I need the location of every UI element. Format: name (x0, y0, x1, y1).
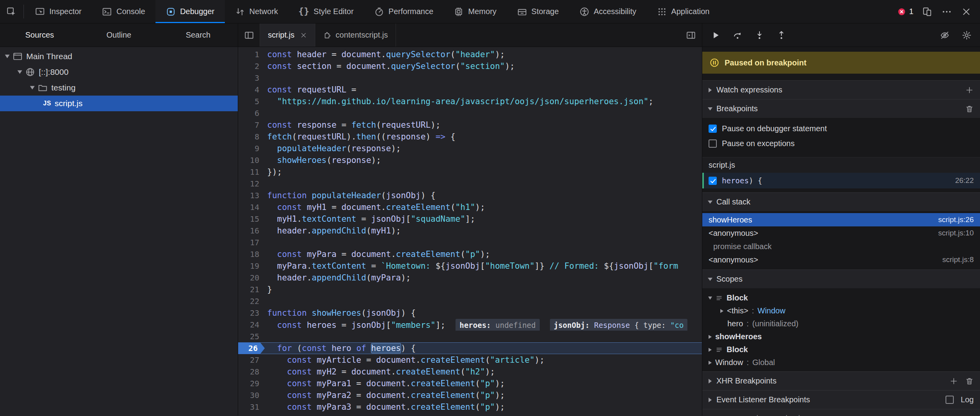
line-text[interactable] (265, 331, 702, 342)
tab-performance[interactable]: Performance (364, 0, 444, 23)
line-text[interactable]: const heroes = jsonObj["members"];heroes… (265, 319, 702, 331)
line-text[interactable]: const myPara3 = document.createElement("… (265, 401, 702, 413)
call-stack-header[interactable]: Call stack (702, 192, 980, 211)
line-text[interactable]: const myH1 = document.createElement("h1"… (265, 201, 702, 213)
checked-checkbox[interactable] (709, 125, 717, 133)
line-number[interactable]: 11 (238, 166, 265, 178)
line-text[interactable]: function showHeroes(jsonObj) { (265, 307, 702, 319)
line-text[interactable]: const myPara = document.createElement("p… (265, 248, 702, 260)
breakpoint-checkbox[interactable] (709, 177, 717, 185)
stack-frame[interactable]: showHeroesscript.js:26 (702, 213, 980, 226)
line-text[interactable]: const myPara2 = document.createElement("… (265, 389, 702, 401)
stack-frame[interactable]: <anonymous>script.js:10 (702, 226, 980, 240)
line-text[interactable] (265, 237, 702, 248)
breakpoint-option[interactable]: Pause on exceptions (702, 136, 980, 151)
source-tree-item[interactable]: [::]:8000 (0, 64, 238, 80)
line-text[interactable]: const header = document.querySelector("h… (265, 49, 702, 60)
devtools-menu-button[interactable] (937, 0, 956, 23)
scope-row[interactable]: Block (702, 343, 980, 356)
line-number[interactable]: 31 (238, 401, 265, 413)
source-tree-item[interactable]: testing (0, 80, 238, 96)
line-text[interactable]: const response = fetch(requestURL); (265, 119, 702, 131)
line-number[interactable]: 26 (238, 342, 265, 354)
tab-memory[interactable]: Memory (443, 0, 506, 23)
stack-frame[interactable]: <anonymous>script.js:8 (702, 253, 980, 266)
remove-breakpoints-button[interactable] (965, 105, 974, 113)
line-number[interactable]: 20 (238, 272, 265, 284)
tab-accessibility[interactable]: Accessibility (569, 0, 647, 23)
event-listener-breakpoints-header[interactable]: Event Listener Breakpoints Log (702, 390, 980, 409)
line-number[interactable]: 12 (238, 178, 265, 190)
resume-button[interactable] (705, 24, 727, 47)
line-text[interactable]: header.appendChild(myH1); (265, 225, 702, 237)
pane-tab-search[interactable]: Search (159, 24, 238, 47)
line-text[interactable]: function populateHeader(jsonObj) { (265, 190, 702, 201)
line-number[interactable]: 15 (238, 213, 265, 225)
line-number[interactable]: 14 (238, 201, 265, 213)
scope-row[interactable]: showHeroes (702, 330, 980, 343)
scopes-header[interactable]: Scopes (702, 269, 980, 288)
breakpoint-item[interactable]: heroes) {26:22 (702, 173, 980, 188)
line-text[interactable] (265, 178, 702, 190)
xhr-breakpoints-header[interactable]: XHR Breakpoints (702, 371, 980, 390)
line-number[interactable]: 30 (238, 389, 265, 401)
close-devtools-button[interactable] (956, 0, 976, 23)
line-text[interactable]: } (265, 284, 702, 295)
remove-xhr-breakpoints-button[interactable] (965, 377, 974, 385)
line-number[interactable]: 1 (238, 49, 265, 60)
code-editor[interactable]: 1const header = document.querySelector("… (238, 47, 702, 416)
source-tree-item[interactable]: Main Thread (0, 49, 238, 64)
line-text[interactable]: const myH2 = document.createElement("h2"… (265, 366, 702, 378)
step-out-button[interactable] (770, 24, 792, 47)
source-tree-item[interactable]: JSscript.js (0, 96, 238, 111)
line-number[interactable]: 27 (238, 354, 265, 366)
pane-tab-sources[interactable]: Sources (0, 24, 79, 47)
console-error-badge[interactable]: 1 (893, 7, 917, 16)
tab-inspector[interactable]: Inspector (25, 0, 92, 23)
line-number[interactable]: 18 (238, 248, 265, 260)
line-text[interactable]: header.appendChild(myPara); (265, 272, 702, 284)
line-number[interactable]: 28 (238, 366, 265, 378)
line-number[interactable]: 21 (238, 284, 265, 295)
tab-console[interactable]: Console (92, 0, 155, 23)
line-text[interactable]: const requestURL = (265, 84, 702, 96)
unchecked-checkbox[interactable] (709, 139, 717, 148)
line-number[interactable]: 8 (238, 131, 265, 143)
line-number[interactable]: 9 (238, 143, 265, 154)
line-number[interactable]: 5 (238, 96, 265, 107)
line-number[interactable]: 2 (238, 60, 265, 72)
close-tab-button[interactable] (300, 32, 307, 39)
tab-debugger[interactable]: Debugger (155, 0, 225, 23)
line-number[interactable]: 25 (238, 331, 265, 342)
line-text[interactable]: fetch(requestURL).then((response) => { (265, 131, 702, 143)
breakpoint-option[interactable]: Pause on debugger statement (702, 121, 980, 136)
line-number[interactable]: 22 (238, 295, 265, 307)
log-event-checkbox[interactable] (946, 396, 954, 404)
pick-element-button[interactable] (0, 0, 23, 23)
add-watch-expression-button[interactable] (965, 86, 974, 94)
step-over-button[interactable] (727, 24, 749, 47)
line-number[interactable]: 3 (238, 72, 265, 84)
breakpoints-header[interactable]: Breakpoints (702, 99, 980, 118)
debugger-settings-button[interactable] (956, 24, 978, 47)
line-text[interactable]: myPara.textContent = `Hometown: ${jsonOb… (265, 260, 702, 272)
line-number[interactable]: 10 (238, 154, 265, 166)
scope-row[interactable]: Window: Global (702, 356, 980, 369)
line-text[interactable]: }); (265, 166, 702, 178)
line-number[interactable]: 19 (238, 260, 265, 272)
line-text[interactable] (265, 107, 702, 119)
tab-network[interactable]: Network (225, 0, 288, 23)
line-number[interactable]: 23 (238, 307, 265, 319)
line-number[interactable]: 6 (238, 107, 265, 119)
step-in-button[interactable] (749, 24, 770, 47)
line-number[interactable]: 13 (238, 190, 265, 201)
line-text[interactable]: const section = document.querySelector("… (265, 60, 702, 72)
line-number[interactable]: 24 (238, 319, 265, 331)
toggle-panes-button[interactable] (680, 24, 702, 47)
scope-row[interactable]: Block (702, 291, 980, 304)
toggle-sources-pane-button[interactable] (238, 24, 260, 47)
line-text[interactable]: populateHeader(response); (265, 143, 702, 154)
scope-row[interactable]: hero: (uninitialized) (702, 317, 980, 330)
add-xhr-breakpoint-button[interactable] (949, 377, 958, 385)
line-text[interactable]: for (const hero of heroes) { (265, 342, 702, 354)
